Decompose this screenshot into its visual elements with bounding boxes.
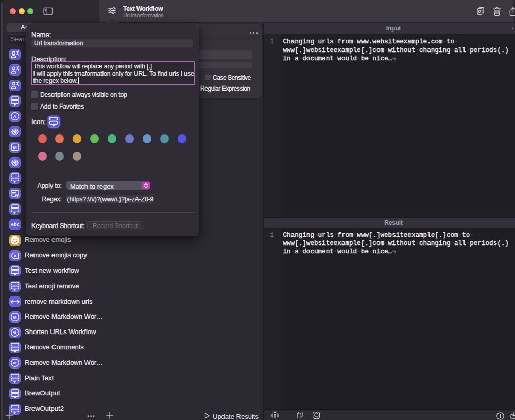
svg-text:M: M	[13, 361, 17, 365]
svg-text:A: A	[13, 114, 17, 119]
svg-text:M: M	[13, 315, 17, 320]
svg-text:M: M	[13, 145, 17, 150]
svg-text:Abc: Abc	[10, 222, 20, 227]
